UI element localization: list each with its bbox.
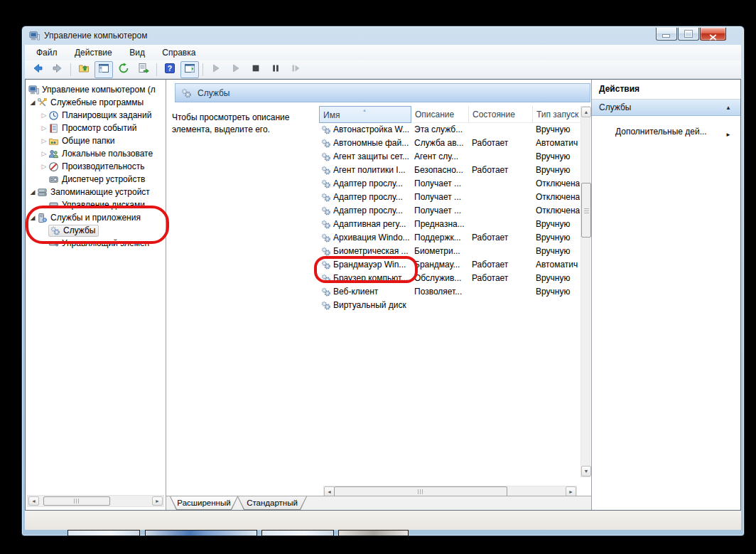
stop-service-button[interactable] xyxy=(247,61,265,78)
column-header-status[interactable]: Состояние xyxy=(469,106,533,123)
scroll-down-icon[interactable]: ▼ xyxy=(581,466,591,476)
tree-item-body: Общие папки xyxy=(48,136,117,147)
service-row[interactable]: Агент политики I...Безопасно...РаботаетВ… xyxy=(319,164,580,177)
column-header-name[interactable]: Имя ▲ xyxy=(319,106,411,123)
service-gear-icon xyxy=(320,233,331,243)
service-row[interactable]: Автонастройка W...Эта служб...Вручную xyxy=(319,123,580,137)
tree-item-device-manager[interactable]: Диспетчер устройств xyxy=(26,173,166,186)
menu-file[interactable]: Файл xyxy=(29,45,65,60)
service-row[interactable]: Агент защиты сет...Агент слу...Вручную xyxy=(319,150,580,164)
back-button[interactable] xyxy=(28,61,47,78)
pause-service-icon xyxy=(270,63,281,77)
toolbar: ? xyxy=(25,60,741,79)
expand-icon[interactable]: ▷ xyxy=(40,163,48,170)
tree-item-local-users[interactable]: ▷Локальные пользовате xyxy=(26,147,166,160)
tree-horizontal-scrollbar[interactable]: ◄ ► xyxy=(27,495,164,507)
annotation-ellipse-tree xyxy=(26,206,169,244)
list-horizontal-scrollbar[interactable]: ◄ ► xyxy=(323,486,577,496)
tree-item-storage[interactable]: ◢Запоминающие устройст xyxy=(26,186,166,198)
tree-item-performance[interactable]: ▷Производительность xyxy=(26,160,166,173)
tree-item-label: Планировщик заданий xyxy=(62,110,151,120)
window-bottom-frame xyxy=(25,511,741,530)
expand-icon[interactable]: ▷ xyxy=(40,150,48,157)
resume-service-icon xyxy=(230,63,242,77)
service-name: Автонастройка W... xyxy=(333,123,413,137)
service-status: Работает xyxy=(472,164,534,177)
column-header-description[interactable]: Описание xyxy=(411,106,469,123)
show-hide-console-tree-button[interactable] xyxy=(94,61,113,78)
minimize-icon xyxy=(663,35,669,37)
console-workspace: Управление компьютером (л◢Служебные прог… xyxy=(25,79,741,511)
start-service-button[interactable] xyxy=(207,61,225,78)
console-tree-pane: Управление компьютером (л◢Служебные прог… xyxy=(26,80,166,510)
description-hint: Чтобы просмотреть описание элемента, выд… xyxy=(172,112,318,136)
scroll-thumb[interactable] xyxy=(43,496,110,506)
pause-service-button[interactable] xyxy=(266,61,285,78)
help-button[interactable]: ? xyxy=(161,61,179,78)
help-icon: ? xyxy=(164,63,176,77)
collapse-section-icon[interactable]: ▲ xyxy=(725,100,731,116)
service-status: Работает xyxy=(472,137,534,150)
scroll-left-icon[interactable]: ◄ xyxy=(28,496,39,506)
scroll-right-icon[interactable]: ► xyxy=(152,496,163,506)
titlebar[interactable]: Управление компьютером xyxy=(22,26,744,45)
service-description: Позволяет... xyxy=(414,285,470,299)
close-icon xyxy=(709,31,717,43)
tree-item-task-scheduler[interactable]: ▷Планировщик заданий xyxy=(26,109,166,122)
tree-item-event-viewer[interactable]: ▷Просмотр событий xyxy=(26,122,166,134)
tools-icon xyxy=(37,97,49,108)
resume-service-button[interactable] xyxy=(227,61,245,78)
actions-section-services[interactable]: Службы ▲ xyxy=(592,100,740,116)
service-row[interactable]: Архивация Windo...Поддержк...РаботаетВру… xyxy=(319,231,580,245)
tab-standard[interactable]: Стандартный xyxy=(237,496,307,510)
service-gear-icon xyxy=(320,192,331,203)
scroll-up-icon[interactable]: ▲ xyxy=(581,107,591,117)
desktop-background: Управление компьютером Файл Действие Вид… xyxy=(0,0,756,554)
close-button[interactable] xyxy=(700,28,726,41)
service-row[interactable]: Адаптер прослу...Получает ...Отключена xyxy=(319,191,580,204)
list-vertical-scrollbar[interactable]: ▲ ▼ xyxy=(580,106,590,477)
expand-icon[interactable]: ▷ xyxy=(40,124,48,132)
restart-service-button[interactable] xyxy=(286,61,305,78)
service-row[interactable]: Автономные фай...Служба ав...РаботаетАвт… xyxy=(319,137,580,150)
service-startup-type: Вручную xyxy=(536,231,580,245)
scroll-thumb[interactable] xyxy=(581,183,591,238)
expand-icon[interactable]: ▷ xyxy=(40,137,48,144)
tree-item-computer[interactable]: Управление компьютером (л xyxy=(26,83,166,96)
tree-item-shared-folders[interactable]: ▷Общие папки xyxy=(26,134,166,147)
service-row[interactable]: Виртуальный диск xyxy=(319,299,580,312)
minimize-button[interactable] xyxy=(656,28,677,41)
actions-item-more[interactable]: Дополнительные дей... ► xyxy=(592,125,740,138)
forward-button[interactable] xyxy=(48,61,67,78)
menu-action[interactable]: Действие xyxy=(68,45,119,60)
services-gear-icon xyxy=(180,87,192,102)
tree-item-tools[interactable]: ◢Служебные программы xyxy=(26,96,166,109)
tab-extended[interactable]: Расширенный xyxy=(170,496,238,510)
tree-item-label: Диспетчер устройств xyxy=(62,174,145,184)
service-description: Брандмау... xyxy=(414,258,470,272)
service-status: Работает xyxy=(472,231,534,245)
service-name: Автономные фай... xyxy=(333,137,413,150)
collapse-icon[interactable]: ◢ xyxy=(28,99,37,106)
services-list-pane: Службы Чтобы просмотреть описание элемен… xyxy=(166,80,592,510)
menu-help[interactable]: Справка xyxy=(155,45,202,60)
computer-icon xyxy=(28,85,40,95)
service-status: Работает xyxy=(472,272,534,285)
menu-view[interactable]: Вид xyxy=(122,45,152,60)
show-hide-action-pane-button[interactable] xyxy=(180,61,199,78)
service-row[interactable]: Адаптер прослу...Получает ...Отключена xyxy=(319,204,580,218)
service-row[interactable]: Адаптивная регу...Предназна...Вручную xyxy=(319,218,580,231)
column-header-startup-type[interactable]: Тип запуск xyxy=(533,106,580,123)
export-list-button[interactable] xyxy=(134,61,153,78)
service-gear-icon xyxy=(320,138,331,149)
service-row[interactable]: Веб-клиентПозволяет...Вручную xyxy=(319,285,580,299)
service-gear-icon xyxy=(320,151,331,162)
collapse-icon[interactable]: ◢ xyxy=(28,188,37,196)
maximize-button[interactable] xyxy=(678,28,699,41)
service-row[interactable]: Адаптер прослу...Получает ...Отключена xyxy=(319,177,580,191)
refresh-button[interactable] xyxy=(114,61,133,78)
service-gear-icon xyxy=(320,287,331,297)
device-manager-icon xyxy=(48,174,60,185)
up-one-level-button[interactable] xyxy=(75,61,93,78)
expand-icon[interactable]: ▷ xyxy=(40,112,48,119)
